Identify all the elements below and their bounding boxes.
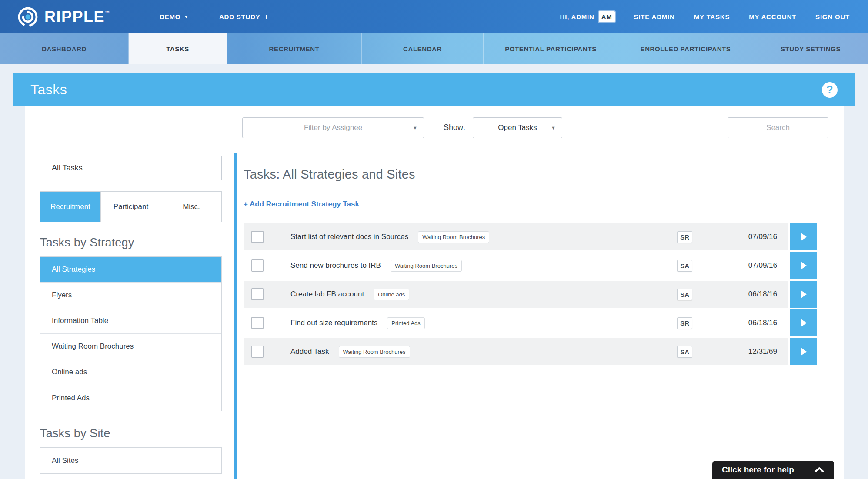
sidebar-divider — [234, 153, 237, 479]
task-due-date: 07/09/16 — [692, 233, 777, 241]
task-checkbox[interactable] — [251, 259, 264, 272]
task-due-date: 06/18/16 — [692, 319, 777, 327]
task-title[interactable]: Send new brochures to IRB — [290, 261, 381, 270]
play-arrow-icon — [801, 348, 807, 356]
tab-recruitment[interactable]: RECRUITMENT — [227, 33, 362, 64]
tab-enrolled-participants[interactable]: ENROLLED PARTICIPANTS — [618, 33, 753, 64]
content-card: Filter by Assignee ▼ Show: Open Tasks ▼ … — [25, 106, 844, 479]
caret-down-icon: ▼ — [184, 14, 189, 19]
assignee-initials-badge: SA — [677, 289, 692, 300]
study-dropdown[interactable]: DEMO ▼ — [160, 13, 189, 20]
tasks-scope-heading: Tasks: All Strategies and Sites — [244, 167, 817, 182]
caret-down-icon: ▼ — [413, 125, 417, 130]
sign-out-link[interactable]: SIGN OUT — [815, 13, 850, 20]
tasks-sidebar: All Tasks Recruitment Participant Misc. … — [40, 156, 222, 474]
my-tasks-link[interactable]: MY TASKS — [694, 13, 730, 20]
strategy-list: All Strategies Flyers Information Table … — [40, 256, 222, 411]
site-admin-link[interactable]: SITE ADMIN — [634, 13, 675, 20]
all-tasks-button[interactable]: All Tasks — [40, 156, 222, 180]
show-filter-dropdown[interactable]: Open Tasks ▼ — [473, 117, 562, 138]
assignee-filter-dropdown[interactable]: Filter by Assignee ▼ — [242, 117, 424, 138]
account-nav: HI, ADMIN AM SITE ADMIN MY TASKS MY ACCO… — [560, 11, 850, 22]
assignee-initials-badge: SA — [677, 346, 692, 358]
caret-down-icon: ▼ — [551, 125, 556, 130]
strategy-item-online-ads[interactable]: Online ads — [40, 359, 221, 385]
add-study-button[interactable]: ADD STUDY + — [219, 13, 269, 20]
task-title[interactable]: Added Task — [290, 347, 329, 356]
open-task-arrow-button[interactable] — [790, 338, 817, 365]
strategy-item-flyers[interactable]: Flyers — [40, 283, 221, 308]
add-recruitment-strategy-task-link[interactable]: + Add Recruitment Strategy Task — [244, 200, 359, 209]
task-row: Send new brochures to IRB Waiting Room B… — [244, 252, 817, 279]
open-task-arrow-button[interactable] — [790, 309, 817, 336]
strategy-item-all-strategies[interactable]: All Strategies — [40, 257, 221, 283]
user-greeting[interactable]: HI, ADMIN AM — [560, 11, 615, 22]
assignee-filter-placeholder: Filter by Assignee — [304, 123, 362, 132]
open-task-arrow-button[interactable] — [790, 252, 817, 279]
tasks-main-panel: Tasks: All Strategies and Sites + Add Re… — [244, 167, 817, 367]
assignee-initials-badge: SR — [677, 317, 692, 329]
task-checkbox[interactable] — [251, 288, 264, 300]
page-title: Tasks — [30, 82, 67, 98]
tab-calendar[interactable]: CALENDAR — [362, 33, 484, 64]
task-row: Create lab FB account Online ads SA 06/1… — [244, 281, 817, 308]
task-due-date: 07/09/16 — [692, 261, 777, 270]
task-title[interactable]: Find out size requirements — [290, 319, 377, 327]
assignee-initials-badge: SA — [677, 260, 692, 272]
tasks-by-site-heading: Tasks by Site — [40, 427, 222, 440]
help-tab-label: Click here for help — [722, 465, 794, 475]
help-icon[interactable]: ? — [822, 82, 838, 98]
top-navigation-bar: RIPPLE™ DEMO ▼ ADD STUDY + HI, ADMIN AM … — [0, 0, 868, 33]
open-task-arrow-button[interactable] — [790, 223, 817, 250]
category-tab-recruitment[interactable]: Recruitment — [40, 192, 100, 222]
task-checkbox[interactable] — [251, 231, 264, 243]
study-nav: DEMO ▼ ADD STUDY + — [160, 13, 269, 20]
task-due-date: 06/18/16 — [692, 290, 777, 299]
open-task-arrow-button[interactable] — [790, 281, 817, 308]
avatar[interactable]: AM — [599, 11, 615, 22]
task-strategy-tag: Waiting Room Brochures — [391, 260, 462, 272]
show-label: Show: — [444, 123, 465, 132]
category-tab-participant[interactable]: Participant — [100, 192, 161, 222]
tab-dashboard[interactable]: DASHBOARD — [0, 33, 129, 64]
category-tab-misc[interactable]: Misc. — [161, 192, 221, 222]
task-row: Added Task Waiting Room Brochures SA 12/… — [244, 338, 817, 365]
show-filter-value: Open Tasks — [498, 123, 537, 132]
tab-study-settings[interactable]: STUDY SETTINGS — [753, 33, 868, 64]
brand-name: RIPPLE™ — [44, 8, 110, 26]
site-item-all-sites[interactable]: All Sites — [40, 448, 221, 473]
trademark-mark: ™ — [105, 10, 110, 15]
strategy-item-information-table[interactable]: Information Table — [40, 308, 221, 334]
assignee-initials-badge: SR — [677, 231, 692, 243]
task-strategy-tag: Online ads — [374, 289, 409, 300]
task-title[interactable]: Create lab FB account — [290, 290, 364, 299]
chevron-up-icon — [814, 466, 825, 473]
task-category-tabs: Recruitment Participant Misc. — [40, 191, 222, 222]
strategy-item-printed-ads[interactable]: Printed Ads — [40, 385, 221, 411]
task-checkbox[interactable] — [251, 346, 264, 358]
task-row: Find out size requirements Printed Ads S… — [244, 309, 817, 336]
page-banner: Tasks ? — [13, 73, 855, 106]
search-input[interactable] — [728, 117, 828, 138]
primary-tab-bar: DASHBOARD TASKS RECRUITMENT CALENDAR POT… — [0, 33, 868, 64]
tab-tasks[interactable]: TASKS — [129, 33, 227, 64]
tab-potential-participants[interactable]: POTENTIAL PARTICIPANTS — [484, 33, 618, 64]
help-tab-button[interactable]: Click here for help — [712, 461, 834, 479]
ripple-swirl-icon — [17, 6, 39, 28]
play-arrow-icon — [801, 262, 807, 269]
task-due-date: 12/31/69 — [692, 347, 777, 356]
task-strategy-tag: Waiting Room Brochures — [339, 346, 410, 358]
play-arrow-icon — [801, 290, 807, 298]
ripple-logo[interactable]: RIPPLE™ — [17, 6, 110, 28]
play-arrow-icon — [801, 233, 807, 241]
strategy-item-waiting-room-brochures[interactable]: Waiting Room Brochures — [40, 334, 221, 359]
tasks-by-strategy-heading: Tasks by Strategy — [40, 236, 222, 249]
my-account-link[interactable]: MY ACCOUNT — [749, 13, 796, 20]
task-strategy-tag: Waiting Room Brochures — [418, 231, 489, 243]
site-list: All Sites — [40, 447, 222, 474]
task-checkbox[interactable] — [251, 317, 264, 329]
play-arrow-icon — [801, 319, 807, 327]
task-title[interactable]: Start list of relevant docs in Sources — [290, 233, 408, 241]
task-strategy-tag: Printed Ads — [387, 317, 425, 329]
task-list: Start list of relevant docs in Sources W… — [244, 223, 817, 365]
